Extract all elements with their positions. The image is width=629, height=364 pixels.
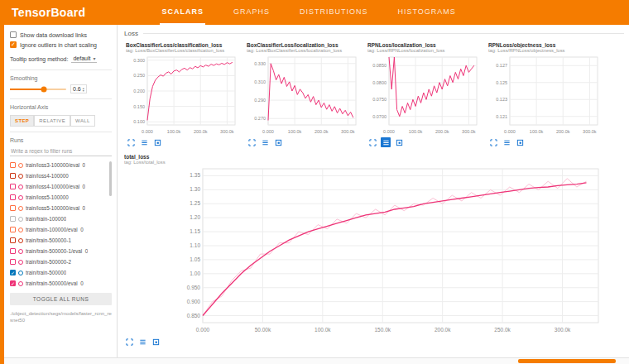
run-row[interactable]: train/loss3-100000/eval_0 xyxy=(10,160,112,170)
show-download-links-row[interactable]: Show data download links xyxy=(10,31,112,38)
ignore-outliers-row[interactable]: ✓ Ignore outliers in chart scaling xyxy=(10,41,112,48)
run-color-swatch[interactable] xyxy=(18,217,23,222)
smoothing-slider[interactable] xyxy=(10,89,66,90)
run-color-swatch[interactable] xyxy=(18,163,23,168)
svg-text:0.100: 0.100 xyxy=(133,119,145,124)
run-list: train/loss3-100000/eval_0train/loss4-100… xyxy=(10,160,112,289)
line-chart[interactable]: 0.1210.1230.1250.1270.000100.0k200.0k300… xyxy=(488,54,601,136)
run-label: train/train-100000 xyxy=(26,216,66,222)
expand-icon[interactable] xyxy=(126,137,136,147)
stepper-icons[interactable]: ▴▾ xyxy=(83,87,84,92)
run-row[interactable]: train/train-100000 xyxy=(10,213,112,224)
run-color-swatch[interactable] xyxy=(18,260,23,265)
run-row[interactable]: ✓train/train-500000 xyxy=(10,267,112,278)
run-checkbox[interactable] xyxy=(10,259,16,265)
run-color-swatch[interactable] xyxy=(18,249,23,254)
chart-title: total_loss xyxy=(124,154,624,160)
divider xyxy=(10,132,112,132)
category-header-loss[interactable]: Loss xyxy=(124,30,624,37)
chart-tag: tag: Loss/BoxClassifierLoss/localization… xyxy=(247,48,359,53)
run-menu-icon[interactable] xyxy=(260,137,270,147)
expand-icon[interactable] xyxy=(247,137,257,147)
runs-filter-input[interactable] xyxy=(10,146,112,156)
run-checkbox[interactable] xyxy=(10,162,16,168)
smoothing-value-input[interactable]: 0.6 ▴▾ xyxy=(70,84,87,93)
run-checkbox[interactable] xyxy=(10,237,16,243)
run-row[interactable]: train/loss4-100000 xyxy=(10,170,112,181)
axis-step-button[interactable]: STEP xyxy=(10,115,34,127)
line-chart[interactable]: 0.07000.07500.08000.08500.000100.0k200.0… xyxy=(367,54,480,136)
tab-graphs[interactable]: GRAPHS xyxy=(232,0,271,25)
run-list-scrollbar[interactable] xyxy=(109,161,112,196)
run-color-swatch[interactable] xyxy=(18,184,23,189)
tab-scalars[interactable]: SCALARS xyxy=(160,0,205,25)
run-checkbox[interactable] xyxy=(10,248,16,254)
pin-icon[interactable] xyxy=(273,137,283,147)
expand-icon[interactable] xyxy=(124,337,134,347)
left-accent-strip xyxy=(0,0,4,364)
run-checkbox[interactable]: ✓ xyxy=(10,270,16,275)
smoothing-slider-thumb[interactable] xyxy=(41,86,46,92)
svg-text:0.850: 0.850 xyxy=(187,313,201,318)
run-color-swatch[interactable] xyxy=(18,228,23,232)
svg-text:1.00: 1.00 xyxy=(190,271,200,276)
tab-distributions[interactable]: DISTRIBUTIONS xyxy=(298,0,370,25)
run-menu-icon[interactable] xyxy=(137,337,147,347)
tab-histograms[interactable]: HISTOGRAMS xyxy=(396,0,457,25)
chart-toolbar xyxy=(488,137,601,147)
axis-relative-button[interactable]: RELATIVE xyxy=(34,115,70,127)
run-row[interactable]: train/loss5-100000/eval_0 xyxy=(10,203,112,213)
svg-text:200.0k: 200.0k xyxy=(194,129,208,134)
expand-icon[interactable] xyxy=(367,137,377,147)
run-checkbox[interactable]: ✓ xyxy=(10,280,16,286)
ignore-outliers-checkbox[interactable]: ✓ xyxy=(10,41,17,48)
toggle-all-runs-button[interactable]: TOGGLE ALL RUNS xyxy=(10,293,112,305)
svg-text:0.000: 0.000 xyxy=(262,129,274,134)
run-checkbox[interactable] xyxy=(10,205,16,211)
run-row[interactable]: ✓train/train-500000/eval_0 xyxy=(10,278,112,289)
smoothing-label: Smoothing xyxy=(10,75,112,81)
run-checkbox[interactable] xyxy=(10,184,16,189)
line-chart[interactable]: 0.8500.9000.9501.001.051.101.151.201.251… xyxy=(124,165,624,336)
main-nav: SCALARS GRAPHS DISTRIBUTIONS HISTOGRAMS xyxy=(160,0,457,25)
run-color-swatch[interactable] xyxy=(18,238,23,243)
chart-card-classification-loss: BoxClassifierLoss/classification_loss ta… xyxy=(124,41,240,148)
tooltip-sorting-dropdown[interactable]: default ▾ xyxy=(71,55,97,63)
run-color-swatch[interactable] xyxy=(18,271,23,275)
svg-text:50.00k: 50.00k xyxy=(255,327,271,333)
run-menu-icon[interactable] xyxy=(139,137,149,147)
pin-icon[interactable] xyxy=(515,137,525,147)
run-checkbox[interactable] xyxy=(10,227,16,232)
logdir-path: ./object_detection/segs/models/faster_rc… xyxy=(10,310,112,324)
run-menu-icon[interactable] xyxy=(502,137,511,147)
run-color-swatch[interactable] xyxy=(18,281,23,286)
svg-text:1.35: 1.35 xyxy=(190,172,200,178)
run-row[interactable]: train/loss5-100000 xyxy=(10,192,112,203)
svg-text:200.0k: 200.0k xyxy=(435,327,451,333)
line-chart[interactable]: 0.1000.1500.2000.2500.3000.000100.0k200.… xyxy=(126,54,238,136)
run-color-swatch[interactable] xyxy=(18,195,23,200)
svg-text:0.330: 0.330 xyxy=(254,61,266,66)
horizontal-scrollbar xyxy=(0,357,629,364)
run-row[interactable]: train/train-500000-2 xyxy=(10,256,112,267)
run-row[interactable]: train/loss4-100000/eval_0 xyxy=(10,181,112,192)
axis-wall-button[interactable]: WALL xyxy=(70,115,95,127)
pin-icon[interactable] xyxy=(394,137,404,147)
run-color-swatch[interactable] xyxy=(18,206,23,211)
run-color-swatch[interactable] xyxy=(18,174,23,179)
run-row[interactable]: train/train-500000-1/eval_0 xyxy=(10,246,112,256)
run-checkbox[interactable] xyxy=(10,194,16,200)
horizontal-scrollbar-thumb[interactable] xyxy=(518,359,616,363)
chart-tag: tag: Loss/total_loss xyxy=(124,160,624,165)
line-chart[interactable]: 0.2700.2900.3100.3300.000100.0k200.0k300… xyxy=(247,54,359,136)
run-row[interactable]: train/train-500000-1 xyxy=(10,235,112,246)
pin-icon[interactable] xyxy=(151,337,161,347)
svg-text:0.300: 0.300 xyxy=(133,58,145,63)
run-row[interactable]: train/train-100000/eval_0 xyxy=(10,224,112,235)
run-checkbox[interactable] xyxy=(10,173,16,179)
run-checkbox[interactable] xyxy=(10,216,16,222)
show-download-links-checkbox[interactable] xyxy=(10,31,17,38)
expand-icon[interactable] xyxy=(488,137,498,147)
run-menu-icon[interactable] xyxy=(381,137,391,147)
pin-icon[interactable] xyxy=(152,137,162,147)
